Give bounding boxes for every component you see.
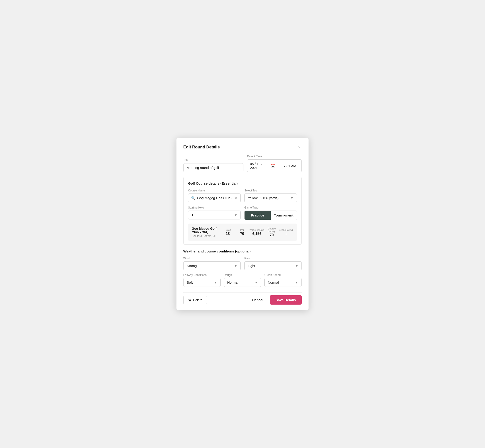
fairway-rough-green-row: Fairway Conditions Soft ▼ Rough Normal ▼… — [183, 273, 302, 287]
yards-value: 6,156 — [249, 232, 265, 236]
course-tee-row: Course Name 🔍 ✕ Select Tee Yellow (6,156… — [188, 189, 297, 202]
course-name-input[interactable] — [197, 196, 233, 200]
rough-value: Normal — [227, 280, 255, 284]
calendar-icon: 📅 — [271, 164, 275, 168]
date-input[interactable]: 05 / 12 / 2021 📅 — [247, 159, 278, 172]
starting-hole-label: Starting Hole — [188, 206, 241, 209]
course-stat-holes: Holes 18 — [220, 229, 235, 236]
chevron-down-icon: ▼ — [290, 196, 293, 200]
title-field-group: Title — [183, 159, 243, 172]
green-speed-value: Normal — [268, 280, 295, 284]
wind-rain-row: Wind Strong ▼ Rain Light ▼ — [183, 257, 302, 270]
rain-value: Light — [248, 264, 295, 268]
hole-gametype-row: Starting Hole 1 ▼ Game Type Practice Tou… — [188, 206, 297, 220]
fairway-group: Fairway Conditions Soft ▼ — [183, 273, 221, 287]
title-input[interactable] — [183, 163, 243, 172]
chevron-down-icon: ▼ — [295, 264, 298, 268]
weather-section-title: Weather and course conditions (optional) — [183, 249, 302, 253]
trash-icon: 🗑 — [188, 298, 191, 302]
green-speed-dropdown[interactable]: Normal ▼ — [264, 278, 302, 287]
datetime-label: Date & Time — [247, 155, 302, 158]
fairway-value: Soft — [187, 280, 214, 284]
cancel-button[interactable]: Cancel — [249, 296, 267, 304]
game-type-label: Game Type — [244, 206, 297, 209]
practice-toggle-button[interactable]: Practice — [244, 211, 271, 220]
wind-value: Strong — [187, 264, 234, 268]
yards-label: Yards(Yellow) — [249, 229, 265, 231]
rain-group: Rain Light ▼ — [244, 257, 302, 270]
slope-rating-value: - — [279, 232, 293, 236]
course-name-group: Course Name 🔍 ✕ — [188, 189, 241, 202]
slope-rating-label: Slope rating — [279, 229, 293, 231]
weather-section: Weather and course conditions (optional)… — [183, 249, 302, 287]
starting-hole-value: 1 — [192, 213, 234, 217]
golf-course-section-title: Golf Course details (Essential) — [188, 181, 297, 185]
time-input[interactable]: 7:31 AM — [278, 159, 302, 172]
course-stat-slope: Slope rating - — [279, 229, 293, 236]
modal-footer: 🗑 Delete Cancel Save Details — [183, 292, 302, 304]
par-label: Par — [235, 229, 249, 231]
course-stat-par: Par 70 — [235, 229, 249, 236]
time-text: 7:31 AM — [283, 164, 296, 168]
par-value: 70 — [235, 232, 249, 236]
rough-group: Rough Normal ▼ — [224, 273, 261, 287]
save-button[interactable]: Save Details — [270, 295, 302, 304]
fairway-label: Fairway Conditions — [183, 273, 221, 277]
fairway-dropdown[interactable]: Soft ▼ — [183, 278, 221, 287]
chevron-down-icon: ▼ — [295, 281, 298, 284]
modal-title: Edit Round Details — [183, 145, 220, 150]
wind-dropdown[interactable]: Strong ▼ — [183, 261, 241, 270]
tournament-toggle-button[interactable]: Tournament — [271, 211, 297, 220]
course-info-box: Gog Magog Golf Club - Old, Shelford Bott… — [188, 224, 297, 241]
clear-icon[interactable]: ✕ — [235, 196, 238, 200]
delete-button[interactable]: 🗑 Delete — [183, 296, 207, 304]
chevron-down-icon: ▼ — [255, 281, 258, 284]
rough-dropdown[interactable]: Normal ▼ — [224, 278, 261, 287]
game-type-toggle: Practice Tournament — [244, 211, 297, 220]
course-stat-yards: Yards(Yellow) 6,156 — [249, 229, 265, 236]
course-stat-rating: Course rating 70 — [265, 227, 279, 237]
rain-label: Rain — [244, 257, 302, 260]
footer-right: Cancel Save Details — [249, 295, 302, 304]
chevron-down-icon: ▼ — [214, 281, 217, 284]
select-tee-group: Select Tee Yellow (6,156 yards) ▼ — [244, 189, 297, 202]
modal-header: Edit Round Details × — [183, 144, 302, 150]
rain-dropdown[interactable]: Light ▼ — [244, 261, 302, 270]
delete-label: Delete — [193, 298, 202, 302]
close-button[interactable]: × — [297, 144, 302, 150]
select-tee-value: Yellow (6,156 yards) — [248, 196, 290, 200]
golf-course-section: Golf Course details (Essential) Course N… — [183, 177, 302, 245]
green-speed-group: Green Speed Normal ▼ — [264, 273, 302, 287]
course-info-name: Gog Magog Golf Club - Old, — [192, 227, 220, 234]
datetime-row: 05 / 12 / 2021 📅 7:31 AM — [247, 159, 302, 172]
holes-value: 18 — [220, 232, 235, 236]
course-name-label: Course Name — [188, 189, 241, 192]
datetime-field-group: Date & Time 05 / 12 / 2021 📅 7:31 AM — [247, 155, 302, 172]
course-info-name-group: Gog Magog Golf Club - Old, Shelford Bott… — [192, 227, 220, 238]
wind-group: Wind Strong ▼ — [183, 257, 241, 270]
wind-label: Wind — [183, 257, 241, 260]
rough-label: Rough — [224, 273, 261, 277]
search-icon: 🔍 — [191, 196, 195, 200]
chevron-down-icon: ▼ — [234, 213, 237, 217]
holes-label: Holes — [220, 229, 235, 231]
title-label: Title — [183, 159, 243, 162]
starting-hole-group: Starting Hole 1 ▼ — [188, 206, 241, 220]
course-name-search[interactable]: 🔍 ✕ — [188, 193, 241, 202]
course-rating-value: 70 — [265, 233, 279, 237]
select-tee-label: Select Tee — [244, 189, 297, 192]
chevron-down-icon: ▼ — [234, 264, 237, 268]
top-fields-row: Title Date & Time 05 / 12 / 2021 📅 7:31 … — [183, 155, 302, 172]
select-tee-dropdown[interactable]: Yellow (6,156 yards) ▼ — [244, 193, 297, 202]
date-text: 05 / 12 / 2021 — [250, 162, 269, 170]
green-speed-label: Green Speed — [264, 273, 302, 277]
game-type-group: Game Type Practice Tournament — [244, 206, 297, 220]
starting-hole-dropdown[interactable]: 1 ▼ — [188, 211, 241, 219]
edit-round-modal: Edit Round Details × Title Date & Time 0… — [177, 138, 308, 310]
course-info-location: Shelford Bottom, UK — [192, 234, 220, 238]
course-rating-label: Course rating — [265, 227, 279, 233]
